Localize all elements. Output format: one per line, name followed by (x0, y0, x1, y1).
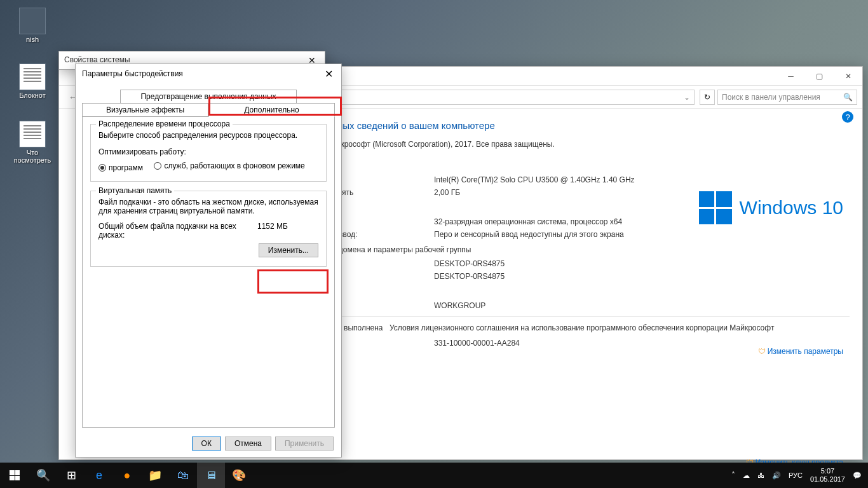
domain-header: я домена и параметры рабочей группы (332, 245, 850, 254)
text-file-icon (19, 64, 46, 90)
performance-options-dialog: Параметры быстродействия ✕ Предотвращени… (75, 64, 342, 458)
brand-text: Windows 10 (740, 197, 843, 219)
desktop-icon-watchlist[interactable]: Что посмотреть (10, 121, 55, 164)
pen-value: Перо и сенсорный ввод недоступны для это… (434, 230, 624, 239)
search-input[interactable]: Поиск в панели управления 🔍 (717, 90, 857, 105)
license-link[interactable]: Условия лицензионного соглашения на испо… (390, 323, 774, 332)
firefox-icon[interactable]: ● (113, 463, 141, 488)
optimize-label: Оптимизировать работу: (98, 147, 318, 156)
edge-icon[interactable]: e (85, 463, 113, 488)
taskbar: 🔍 ⊞ e ● 📁 🛍 🖥 🎨 ˄ ☁ 🖧 🔊 РУС 5:07 01.05.2… (0, 463, 868, 488)
cancel-button[interactable]: Отмена (225, 437, 271, 451)
volume-icon[interactable]: 🔊 (772, 471, 781, 480)
computer-name-full: DESKTOP-0RS4875 (434, 272, 505, 281)
notification-icon[interactable]: 💬 (853, 471, 862, 480)
dialog-buttons: ОК Отмена Применить (192, 437, 334, 451)
copyright-text: айкрософт (Microsoft Corporation), 2017.… (332, 140, 555, 149)
total-pagefile-label: Общий объем файла подкачки на всех диска… (98, 222, 257, 240)
paint-icon[interactable]: 🎨 (225, 463, 253, 488)
store-icon[interactable]: 🛍 (169, 463, 197, 488)
change-button[interactable]: Изменить... (259, 243, 318, 257)
dialog-title: Параметры быстродействия (82, 69, 183, 78)
clock[interactable]: 5:07 01.05.2017 (810, 467, 845, 484)
shield-icon: 🛡 (758, 347, 766, 356)
desktop-icon-nish[interactable]: nish (10, 8, 55, 43)
computer-name: DESKTOP-0RS4875 (434, 259, 505, 268)
search-icon: 🔍 (843, 93, 853, 102)
windows-logo: Windows 10 (699, 191, 843, 224)
maximize-button[interactable]: ▢ (805, 67, 834, 86)
close-button[interactable]: ✕ (316, 64, 341, 83)
radio-programs[interactable]: программ (98, 163, 143, 172)
group-desc: Выберите способ распределения ресурсов п… (98, 131, 318, 140)
text-file-icon (19, 121, 46, 147)
tab-advanced[interactable]: Дополнительно (208, 103, 335, 117)
language-indicator[interactable]: РУС (789, 471, 803, 479)
desktop-icon-notepad[interactable]: Блокнот (10, 64, 55, 99)
ok-button[interactable]: ОК (192, 437, 221, 451)
system-tray: ˄ ☁ 🖧 🔊 РУС 5:07 01.05.2017 💬 (731, 467, 868, 484)
processor-scheduling-group: Распределение времени процессора Выберит… (90, 124, 327, 182)
tab-dep[interactable]: Предотвращение выполнения данных (120, 90, 297, 103)
total-pagefile-value: 1152 МБ (257, 222, 288, 240)
apply-button[interactable]: Применить (275, 437, 334, 451)
cpu-value: Intel(R) Core(TM)2 Solo CPU U3500 @ 1.40… (434, 175, 635, 184)
control-panel-icon[interactable]: 🖥 (197, 463, 225, 488)
onedrive-icon[interactable]: ☁ (743, 471, 750, 480)
date-text: 01.05.2017 (810, 475, 845, 484)
separator (332, 316, 850, 317)
radio-services[interactable]: служб, работающих в фоновом режиме (154, 161, 304, 170)
virtual-memory-group: Виртуальная память Файл подкачки - это о… (90, 191, 327, 267)
refresh-button[interactable]: ↻ (700, 90, 715, 105)
minimize-button[interactable]: ─ (776, 67, 805, 86)
change-params-link[interactable]: 🛡Изменить параметры (758, 347, 843, 356)
icon-label: nish (10, 36, 55, 43)
file-explorer-icon[interactable]: 📁 (141, 463, 169, 488)
windows-logo-icon (699, 191, 732, 224)
icon-label: Блокнот (10, 92, 55, 99)
start-button[interactable] (0, 463, 29, 488)
game-icon (19, 8, 46, 34)
tray-overflow-icon[interactable]: ˄ (731, 471, 735, 480)
tab-panel: Распределение времени процессора Выберит… (82, 115, 335, 428)
task-view-icon[interactable]: ⊞ (57, 463, 85, 488)
workgroup-value: WORKGROUP (434, 301, 485, 310)
chevron-down-icon[interactable]: ⌄ (684, 93, 690, 102)
search-icon[interactable]: 🔍 (29, 463, 57, 488)
icon-label: Что посмотреть (10, 149, 55, 164)
ram-value: 2,00 ГБ (434, 188, 460, 197)
page-heading: вных сведений о вашем компьютере (332, 120, 850, 131)
network-icon[interactable]: 🖧 (757, 471, 764, 479)
tab-control: Предотвращение выполнения данных Визуаль… (82, 90, 335, 117)
group-title: Виртуальная память (96, 186, 174, 195)
group-title: Распределение времени процессора (96, 119, 233, 128)
dialog-title: Свойства системы (64, 55, 130, 64)
group-desc: Файл подкачки - это область на жестком д… (98, 198, 318, 215)
close-button[interactable]: ✕ (834, 67, 862, 86)
time-text: 5:07 (810, 467, 845, 475)
placeholder-text: Поиск в панели управления (722, 93, 820, 102)
systype-value: 32-разрядная операционная система, проце… (434, 217, 622, 226)
product-id: 331-10000-00001-AA284 (434, 339, 520, 348)
